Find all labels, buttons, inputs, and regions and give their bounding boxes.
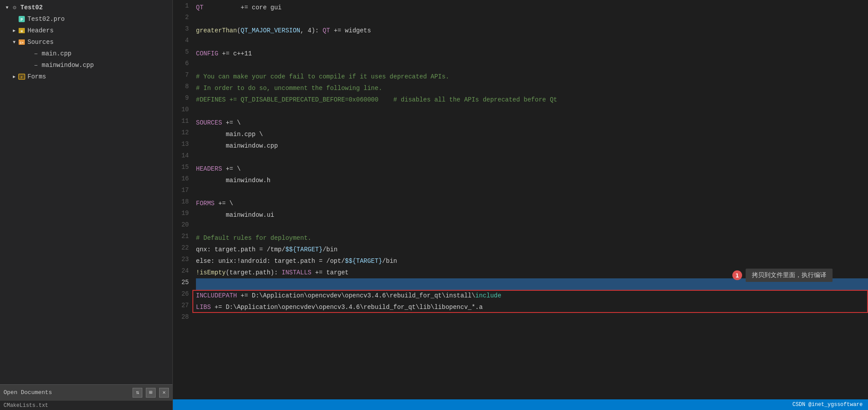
line-number-27: 27 bbox=[175, 300, 192, 311]
code-line-10 bbox=[196, 105, 868, 117]
sidebar-footer: CMakeLists.txt bbox=[0, 400, 172, 410]
editor-panel: 1234567891011121314151617181920212223242… bbox=[173, 0, 868, 410]
project-name: Test02 bbox=[20, 4, 43, 11]
code-line-1: QT += core gui bbox=[196, 2, 868, 13]
line-number-16: 16 bbox=[175, 173, 192, 184]
svg-text:F: F bbox=[21, 75, 23, 79]
code-line-19: mainwindow.ui bbox=[196, 209, 868, 221]
code-line-11: SOURCES += \ bbox=[196, 117, 868, 129]
code-line-16: mainwindow.h bbox=[196, 175, 868, 186]
code-line-14 bbox=[196, 152, 868, 163]
headers-label: Headers bbox=[27, 27, 54, 34]
main-cpp-label: main.cpp bbox=[42, 50, 71, 57]
code-line-17 bbox=[196, 186, 868, 198]
status-text: CSDN @inet_ygssoftware bbox=[793, 402, 863, 408]
svg-text:C+: C+ bbox=[20, 41, 23, 45]
line-number-11: 11 bbox=[175, 115, 192, 127]
editor-content: 1234567891011121314151617181920212223242… bbox=[173, 0, 868, 399]
line-number-15: 15 bbox=[175, 161, 192, 173]
svg-text:P: P bbox=[20, 18, 23, 22]
code-line-28 bbox=[196, 313, 868, 324]
line-number-24: 24 bbox=[175, 265, 192, 277]
close-button[interactable]: ✕ bbox=[159, 388, 169, 398]
code-line-6 bbox=[196, 59, 868, 71]
tooltip-container: 1拷贝到文件里面，执行编译 bbox=[732, 269, 833, 282]
code-line-21: # Default rules for deployment. bbox=[196, 232, 868, 244]
swap-button[interactable]: ⇅ bbox=[133, 388, 142, 398]
code-line-12: main.cpp \ bbox=[196, 129, 868, 140]
tree-item-sources[interactable]: C+ Sources bbox=[0, 36, 172, 48]
pro-icon: P bbox=[18, 15, 26, 23]
tree-item-pro[interactable]: P Test02.pro bbox=[0, 13, 172, 25]
main-cpp-icon: — bbox=[32, 50, 40, 58]
code-line-7: # You can make your code fail to compile… bbox=[196, 71, 868, 82]
svg-text:H: H bbox=[21, 29, 23, 33]
line-number-17: 17 bbox=[175, 184, 192, 196]
code-area[interactable]: QT += core gui greaterThan(QT_MAJOR_VERS… bbox=[192, 0, 868, 399]
add-button[interactable]: ⊞ bbox=[146, 388, 156, 398]
tree-item-mainwindow-cpp[interactable]: — mainwindow.cpp bbox=[0, 59, 172, 71]
mainwindow-cpp-icon: — bbox=[32, 61, 40, 69]
project-gear-icon: ⚙ bbox=[11, 4, 19, 12]
forms-icon: F bbox=[18, 73, 26, 81]
code-line-4 bbox=[196, 36, 868, 48]
sidebar-bottom-bar: Open Documents ⇅ ⊞ ✕ bbox=[0, 384, 172, 400]
code-line-26: INCLUDEPATH += D:\Application\opencvdev\… bbox=[196, 290, 868, 301]
line-number-5: 5 bbox=[175, 46, 192, 58]
line-number-13: 13 bbox=[175, 138, 192, 150]
tree-item-main-cpp[interactable]: — main.cpp bbox=[0, 48, 172, 59]
code-line-13: mainwindow.cpp bbox=[196, 140, 868, 152]
sources-label: Sources bbox=[27, 39, 54, 46]
status-bar: CSDN @inet_ygssoftware bbox=[173, 399, 868, 410]
line-number-25: 25 bbox=[175, 277, 192, 288]
mainwindow-cpp-label: mainwindow.cpp bbox=[42, 62, 94, 69]
code-line-2 bbox=[196, 13, 868, 25]
line-number-2: 2 bbox=[175, 12, 192, 23]
code-line-3: greaterThan(QT_MAJOR_VERSION, 4): QT += … bbox=[196, 25, 868, 36]
code-line-27: LIBS += D:\Application\opencvdev\opencv3… bbox=[196, 301, 868, 313]
code-line-15: HEADERS += \ bbox=[196, 163, 868, 175]
tree-item-forms[interactable]: F Forms bbox=[0, 71, 172, 82]
sources-arrow bbox=[11, 39, 18, 46]
line-number-28: 28 bbox=[175, 311, 192, 323]
project-root[interactable]: ⚙ Test02 bbox=[0, 2, 172, 13]
line-number-4: 4 bbox=[175, 35, 192, 46]
headers-icon: H bbox=[18, 27, 26, 35]
code-line-9: #DEFINES += QT_DISABLE_DEPRECATED_BEFORE… bbox=[196, 94, 868, 105]
sources-icon: C+ bbox=[18, 38, 26, 46]
footer-filename: CMakeLists.txt bbox=[4, 402, 48, 409]
code-line-18: FORMS += \ bbox=[196, 198, 868, 209]
file-tree: ⚙ Test02 P Test02.pro H Headers C+ Sourc… bbox=[0, 0, 172, 384]
code-line-8: # In order to do so, uncomment the follo… bbox=[196, 82, 868, 94]
line-number-9: 9 bbox=[175, 92, 192, 104]
forms-label: Forms bbox=[27, 73, 46, 80]
line-number-22: 22 bbox=[175, 242, 192, 254]
line-number-1: 1 bbox=[175, 0, 192, 12]
line-number-12: 12 bbox=[175, 127, 192, 138]
line-number-26: 26 bbox=[175, 288, 192, 300]
tooltip-box: 拷贝到文件里面，执行编译 bbox=[746, 269, 833, 282]
code-line-23: else: unix:!android: target.path = /opt/… bbox=[196, 255, 868, 267]
line-number-19: 19 bbox=[175, 207, 192, 219]
line-number-23: 23 bbox=[175, 254, 192, 265]
line-number-7: 7 bbox=[175, 69, 192, 81]
line-number-14: 14 bbox=[175, 150, 192, 161]
tree-item-headers[interactable]: H Headers bbox=[0, 25, 172, 36]
project-arrow bbox=[4, 4, 11, 11]
line-number-6: 6 bbox=[175, 58, 192, 69]
open-docs-label: Open Documents bbox=[4, 389, 129, 396]
code-line-20 bbox=[196, 221, 868, 232]
forms-arrow bbox=[11, 73, 18, 80]
sidebar: ⚙ Test02 P Test02.pro H Headers C+ Sourc… bbox=[0, 0, 173, 410]
code-line-5: CONFIG += c++11 bbox=[196, 48, 868, 59]
line-number-20: 20 bbox=[175, 219, 192, 230]
line-number-3: 3 bbox=[175, 23, 192, 35]
line-number-10: 10 bbox=[175, 104, 192, 115]
code-line-22: qnx: target.path = /tmp/$${TARGET}/bin bbox=[196, 244, 868, 255]
line-number-18: 18 bbox=[175, 196, 192, 207]
headers-arrow bbox=[11, 27, 18, 34]
line-number-21: 21 bbox=[175, 230, 192, 242]
line-numbers: 1234567891011121314151617181920212223242… bbox=[173, 0, 192, 399]
line-number-8: 8 bbox=[175, 81, 192, 92]
pro-label: Test02.pro bbox=[27, 16, 65, 23]
